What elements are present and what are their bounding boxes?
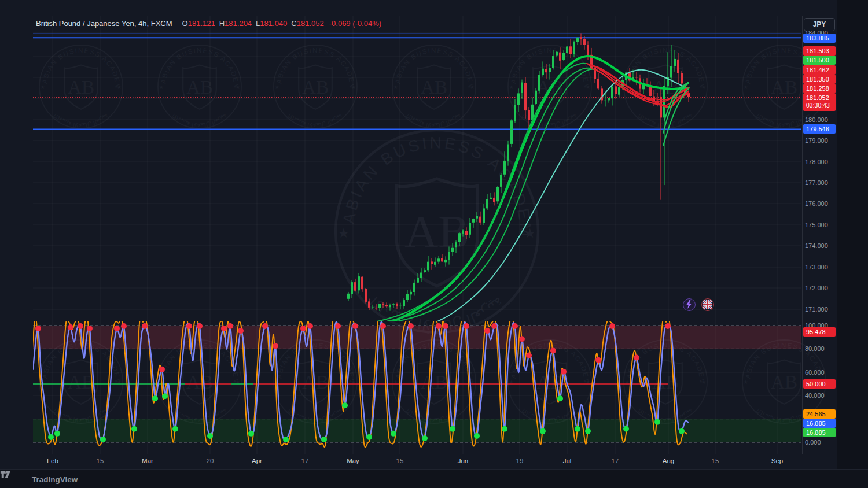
time-label-17: 17 bbox=[612, 457, 619, 464]
tradingview-logo-icon bbox=[0, 470, 11, 479]
price-tag-181.258[interactable]: 181.258 bbox=[803, 84, 836, 93]
price-grid-label: 180.000 bbox=[805, 116, 837, 124]
ohlc-high-label: H bbox=[219, 19, 225, 28]
time-label-Aug: Aug bbox=[663, 457, 674, 464]
price-tag-181.503[interactable]: 181.503 bbox=[803, 46, 836, 56]
oscillator-tag-16.885[interactable]: 16.885 bbox=[803, 419, 836, 428]
time-label-15: 15 bbox=[396, 457, 404, 464]
countdown-timer: 03:30:43 bbox=[806, 102, 836, 109]
ohlc-close-label: C bbox=[291, 19, 296, 28]
ohlc-high-value: 181.204 bbox=[225, 19, 252, 28]
moving-averages bbox=[359, 56, 689, 327]
price-grid-label: 178.000 bbox=[805, 158, 837, 167]
price-grid-label: 171.000 bbox=[805, 305, 837, 314]
gbp-flag-icon[interactable] bbox=[701, 298, 714, 311]
price-grid-label: 176.000 bbox=[805, 199, 837, 208]
ohlc-low-value: 181.040 bbox=[260, 19, 287, 28]
time-label-Sep: Sep bbox=[771, 457, 783, 464]
symbol-name[interactable]: British Pound / Japanese Yen, 4h, FXCM bbox=[36, 19, 172, 28]
time-label-17: 17 bbox=[301, 457, 309, 464]
oscillator-tag-16.885[interactable]: 16.885 bbox=[803, 428, 836, 437]
price-grid-label: 174.000 bbox=[805, 242, 837, 250]
ohlc-open-value: 181.121 bbox=[188, 19, 215, 28]
ohlc-open-label: O bbox=[182, 19, 188, 28]
tradingview-logo-text: TradingView bbox=[32, 475, 78, 484]
oscillator-grid-label: 40.000 bbox=[805, 391, 837, 400]
oscillator-tag-50.000[interactable]: 50.000 bbox=[803, 379, 836, 389]
price-tag-181.052[interactable]: 181.05203:30:43 bbox=[803, 93, 836, 111]
oscillator-tag-95.478[interactable]: 95.478 bbox=[803, 327, 836, 337]
time-label-Feb: Feb bbox=[47, 457, 58, 464]
price-grid-label: 177.000 bbox=[805, 179, 837, 187]
price-grid-label: 179.000 bbox=[805, 136, 837, 145]
oscillator-grid-label: 0.000 bbox=[805, 438, 837, 447]
oscillator-grid-label: 80.000 bbox=[805, 345, 837, 353]
tradingview-logo[interactable]: TradingView bbox=[32, 475, 78, 484]
time-label-19: 19 bbox=[516, 457, 524, 464]
time-label-15: 15 bbox=[712, 457, 719, 464]
symbol-title-bar[interactable]: British Pound / Japanese Yen, 4h, FXCMO1… bbox=[36, 19, 381, 28]
lightning-icon[interactable] bbox=[683, 298, 696, 311]
time-label-May: May bbox=[347, 457, 359, 464]
price-grid-label: 173.000 bbox=[805, 263, 837, 272]
ohlc-close-value: 181.052 bbox=[297, 19, 324, 28]
price-tag-181.500[interactable]: 181.500 bbox=[803, 56, 836, 65]
time-label-Jul: Jul bbox=[563, 457, 572, 464]
oscillator-grid-label: 60.000 bbox=[805, 368, 837, 377]
chart-canvas[interactable]: ARABIAN BUSINESS ACADEMYأكاديمية الأعمال… bbox=[0, 0, 868, 488]
time-label-15: 15 bbox=[97, 457, 104, 464]
price-tag-181.462[interactable]: 181.462 bbox=[803, 65, 836, 75]
tradingview-chart-window: { "header": { "title": "British Pound / … bbox=[0, 0, 868, 488]
price-tag-183.885[interactable]: 183.885 bbox=[803, 34, 836, 43]
price-grid-label: 175.000 bbox=[805, 221, 837, 230]
footer-bar: TradingView bbox=[0, 469, 868, 488]
time-label-20: 20 bbox=[207, 457, 214, 464]
time-label-Apr: Apr bbox=[252, 457, 262, 464]
price-change: -0.069 (-0.04%) bbox=[329, 19, 381, 28]
time-label-Jun: Jun bbox=[458, 457, 469, 464]
price-tag-179.546[interactable]: 179.546 bbox=[803, 124, 836, 134]
price-tag-181.350[interactable]: 181.350 bbox=[803, 75, 836, 84]
price-grid-label: 172.000 bbox=[805, 284, 837, 293]
oscillator-tag-24.565[interactable]: 24.565 bbox=[803, 409, 836, 419]
time-label-Mar: Mar bbox=[142, 457, 153, 464]
